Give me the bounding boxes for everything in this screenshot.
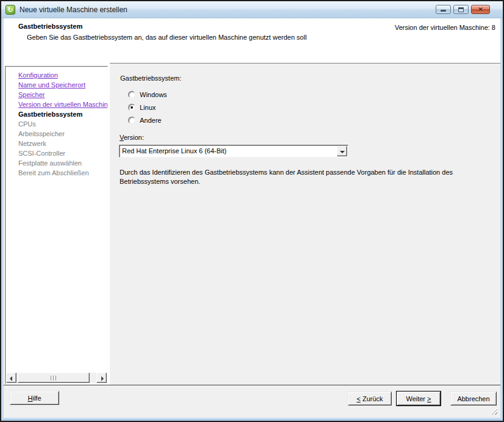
app-icon: ↻ (5, 5, 15, 15)
window-title: Neue virtuelle Maschine erstellen (20, 5, 128, 14)
sidebar-item-cpus: CPUs (18, 119, 107, 129)
sidebar-item-version-der-virtuellen-maschine[interactable]: Version der virtuellen Maschine (18, 100, 107, 109)
scrollbar-thumb[interactable] (18, 373, 90, 383)
arrow-left-icon (10, 376, 12, 381)
wizard-steps-list: Konfiguration Name und Speicherort Speic… (5, 70, 107, 178)
close-button[interactable]: ✕ (471, 5, 490, 14)
radio-windows[interactable]: Windows (128, 90, 167, 99)
sidebar-item-netzwerk: Netzwerk (18, 139, 107, 148)
guest-os-description: Durch das Identifizieren des Gastbetrieb… (120, 168, 495, 186)
radio-windows-label: Windows (140, 91, 167, 98)
scroll-right-button[interactable] (96, 373, 107, 383)
sidebar-item-festplatte-auswaehlen: Festplatte auswählen (18, 158, 107, 168)
maximize-button[interactable] (453, 5, 469, 14)
sidebar-item-arbeitsspeicher: Arbeitsspeicher (18, 129, 107, 139)
selected-os-version: Red Hat Enterprise Linux 6 (64-Bit) (122, 145, 334, 157)
page-subtitle: Geben Sie das Gastbetriebssystem an, das… (27, 34, 307, 41)
sidebar-horizontal-scrollbar[interactable] (6, 373, 107, 383)
guest-os-group-label: Gastbetriebssystem: (120, 75, 181, 82)
scrollbar-grip-icon (51, 376, 57, 380)
vm-version-info: Version der virtuellen Maschine: 8 (395, 24, 495, 31)
dropdown-button[interactable] (337, 146, 347, 156)
cancel-button[interactable]: Abbrechen (450, 391, 497, 406)
radio-andere[interactable]: Andere (128, 116, 161, 125)
maximize-icon (458, 7, 464, 12)
wizard-steps-panel: Konfiguration Name und Speicherort Speic… (5, 66, 108, 384)
close-icon: ✕ (472, 6, 489, 13)
minimize-button[interactable] (436, 5, 451, 14)
back-button[interactable]: < Zurück (348, 391, 392, 406)
resize-grip[interactable] (489, 406, 497, 415)
page-title: Gastbetriebssystem (18, 23, 82, 30)
help-button[interactable]: Hilfe (10, 391, 59, 405)
radio-linux[interactable]: Linux (128, 103, 156, 112)
guest-os-version-select[interactable]: Red Hat Enterprise Linux 6 (64-Bit) (119, 145, 348, 158)
sidebar-item-gastbetriebssystem: Gastbetriebssystem (18, 109, 107, 119)
next-button[interactable]: Weiter > (397, 391, 441, 406)
footer-bar: Hilfe < Zurück Weiter > Abbrechen (4, 385, 500, 418)
sidebar-item-speicher[interactable]: Speicher (18, 90, 107, 100)
sidebar-item-scsi-controller: SCSI-Controller (18, 148, 107, 158)
titlebar[interactable]: ↻ Neue virtuelle Maschine erstellen ✕ (1, 1, 503, 18)
arrow-right-icon (101, 376, 104, 381)
wizard-window: ↻ Neue virtuelle Maschine erstellen ✕ Ga… (0, 0, 504, 422)
dialog-body: Gastbetriebssystem Geben Sie das Gastbet… (4, 18, 500, 418)
radio-button-icon (128, 104, 135, 111)
radio-button-icon (128, 117, 135, 124)
radio-linux-label: Linux (140, 104, 156, 111)
sidebar-item-bereit-zum-abschliessen: Bereit zum Abschließen (18, 168, 107, 178)
sidebar-item-konfiguration[interactable]: Konfiguration (18, 70, 107, 80)
version-label: Version: (120, 134, 144, 141)
guest-os-panel: Gastbetriebssystem: Windows Linux Andere… (110, 63, 500, 385)
minimize-icon (441, 10, 446, 12)
radio-andere-label: Andere (140, 117, 161, 124)
radio-button-icon (128, 91, 135, 98)
sidebar-item-name-und-speicherort[interactable]: Name und Speicherort (18, 80, 107, 90)
scroll-left-button[interactable] (6, 373, 16, 383)
chevron-down-icon (340, 151, 345, 153)
window-controls: ✕ (436, 5, 490, 14)
wizard-header: Gastbetriebssystem Geben Sie das Gastbet… (4, 18, 500, 63)
